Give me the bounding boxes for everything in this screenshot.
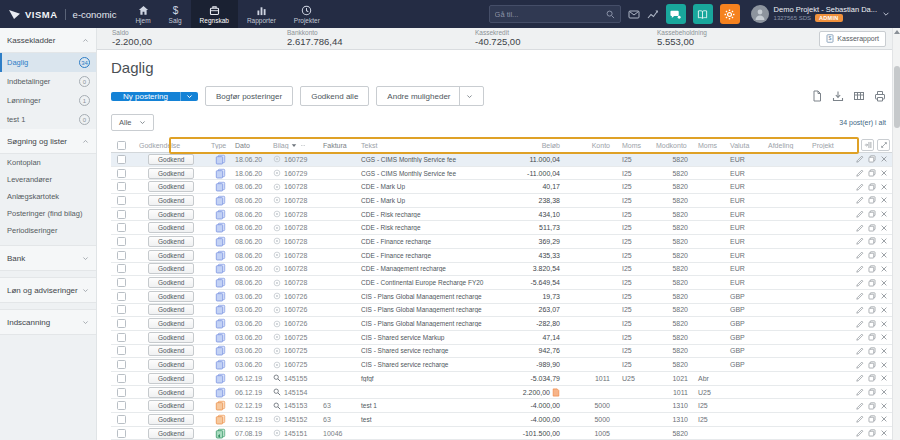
row-checkbox[interactable] — [117, 196, 126, 205]
approve-all-button[interactable]: Godkend alle — [300, 86, 369, 106]
delete-icon[interactable] — [880, 292, 888, 300]
nav-item-projekter[interactable]: Projekter — [285, 0, 329, 28]
approve-button[interactable]: Godkend — [148, 318, 194, 329]
copy-icon[interactable] — [868, 265, 876, 273]
row-checkbox[interactable] — [117, 169, 126, 178]
copy-icon[interactable] — [868, 306, 876, 314]
nav-item-regnskab[interactable]: Regnskab — [191, 0, 238, 28]
scroll-up-arrow-icon[interactable] — [894, 30, 900, 34]
copy-icon[interactable] — [868, 210, 876, 218]
user-menu[interactable]: Demo Projekt - Sebastian Da... 1327565 S… — [751, 5, 890, 23]
trend-icon[interactable] — [647, 8, 659, 20]
table-row[interactable]: Godkend03.06.20160726CIS - Plans Global … — [111, 304, 900, 318]
nav-item-salg[interactable]: $Salg — [160, 0, 191, 28]
copy-icon[interactable] — [868, 155, 876, 163]
sidebar-section-indscanning[interactable]: Indscanning — [0, 309, 96, 335]
edit-icon[interactable] — [856, 155, 864, 163]
approve-button[interactable]: Godkend — [148, 168, 194, 179]
table-row[interactable]: Godkend02.12.1914515363test 1-4.000,0050… — [111, 399, 900, 413]
sidebar-section-kassekladder[interactable]: Kassekladder — [0, 28, 96, 53]
approve-button[interactable]: Godkend — [148, 400, 194, 411]
document-icon[interactable] — [811, 90, 823, 102]
sidebar-item-posteringer-find-bilag[interactable]: Posteringer (find bilag) — [0, 205, 96, 222]
grid-icon[interactable] — [853, 90, 865, 102]
row-checkbox[interactable] — [117, 210, 126, 219]
copy-icon[interactable] — [868, 237, 876, 245]
edit-icon[interactable] — [856, 279, 864, 287]
copy-icon[interactable] — [868, 333, 876, 341]
copy-icon[interactable] — [868, 169, 876, 177]
row-checkbox[interactable] — [117, 305, 126, 314]
copy-icon[interactable] — [868, 415, 876, 423]
sidebar-item-test-1[interactable]: test 10 — [0, 110, 96, 129]
approve-button[interactable]: Godkend — [148, 250, 194, 261]
table-row[interactable]: Godkend08.06.20160728CDE - Risk recharge… — [111, 221, 900, 235]
sidebar-item-anl-gskartotek[interactable]: Anlægskartotek — [0, 188, 96, 205]
edit-icon[interactable] — [856, 224, 864, 232]
sidebar-item-leverand-rer[interactable]: Leverandører — [0, 171, 96, 188]
brand-logo[interactable]: VISMA e-conomic — [0, 0, 126, 28]
delete-icon[interactable] — [880, 429, 888, 437]
table-row[interactable]: Godkend03.06.20160725CIS - Shared servic… — [111, 331, 900, 345]
column-header-afdeling[interactable]: Afdeling — [766, 142, 810, 149]
edit-icon[interactable] — [856, 361, 864, 369]
column-menu-icon[interactable] — [299, 143, 307, 148]
sidebar-item-kontoplan[interactable]: Kontoplan — [0, 154, 96, 171]
delete-icon[interactable] — [880, 155, 888, 163]
table-row[interactable]: Godkend06.12.19145155fgfgf-5.034,791011U… — [111, 372, 900, 386]
table-row[interactable]: Godkend18.06.20160729CGS - CIMS Monthly … — [111, 167, 900, 181]
table-row[interactable]: Godkend08.06.20160728CDE - Mark Up238,38… — [111, 194, 900, 208]
table-row[interactable]: Godkend03.06.20160725CIS - Shared servic… — [111, 345, 900, 359]
row-checkbox[interactable] — [117, 223, 126, 232]
edit-icon[interactable] — [856, 347, 864, 355]
column-header-tekst[interactable]: Tekst — [359, 142, 490, 149]
search-icon[interactable] — [606, 10, 615, 19]
download-icon[interactable] — [832, 90, 844, 102]
row-checkbox[interactable] — [117, 333, 126, 342]
row-checkbox[interactable] — [117, 319, 126, 328]
delete-icon[interactable] — [880, 183, 888, 191]
row-checkbox[interactable] — [117, 360, 126, 369]
table-row[interactable]: Godkend08.06.20160728CDE - Continental E… — [111, 276, 900, 290]
copy-icon[interactable] — [868, 251, 876, 259]
edit-icon[interactable] — [856, 196, 864, 204]
delete-icon[interactable] — [880, 347, 888, 355]
search-input[interactable] — [495, 10, 606, 19]
row-checkbox[interactable] — [117, 346, 126, 355]
sidebar-section-s-gning-og-lister[interactable]: Søgning og lister — [0, 129, 96, 154]
filter-select[interactable]: Alle — [111, 114, 154, 131]
copy-icon[interactable] — [868, 361, 876, 369]
row-checkbox[interactable] — [117, 155, 126, 164]
edit-icon[interactable] — [856, 402, 864, 410]
delete-icon[interactable] — [880, 320, 888, 328]
printer-icon[interactable] — [874, 90, 886, 102]
approve-button[interactable]: Godkend — [148, 345, 194, 356]
approve-button[interactable]: Godkend — [148, 373, 194, 384]
column-header-moms[interactable]: Moms — [620, 142, 654, 149]
edit-icon[interactable] — [856, 333, 864, 341]
magnifier-icon[interactable] — [273, 402, 281, 410]
sidebar-section-bank[interactable]: Bank — [0, 245, 96, 271]
kasserapport-button[interactable]: $Kasserapport — [819, 31, 886, 47]
table-row[interactable]: Godkend03.06.20160725CIS - Shared servic… — [111, 358, 900, 372]
nav-item-hjem[interactable]: Hjem — [126, 0, 159, 28]
edit-icon[interactable] — [856, 183, 864, 191]
column-header-valuta[interactable]: Valuta — [728, 142, 766, 149]
copy-icon[interactable] — [868, 183, 876, 191]
chat-icon[interactable] — [666, 4, 686, 24]
delete-icon[interactable] — [880, 415, 888, 423]
magnifier-icon[interactable] — [273, 374, 281, 382]
edit-icon[interactable] — [856, 374, 864, 382]
delete-icon[interactable] — [880, 402, 888, 410]
edit-icon[interactable] — [856, 320, 864, 328]
column-header-konto[interactable]: Konto — [570, 142, 620, 149]
approve-button[interactable]: Godkend — [148, 154, 194, 165]
table-row[interactable]: Godkend03.06.20160726CIS - Plans Global … — [111, 290, 900, 304]
delete-icon[interactable] — [880, 251, 888, 259]
delete-icon[interactable] — [880, 265, 888, 273]
nav-item-rapporter[interactable]: Rapporter — [238, 0, 285, 28]
table-row[interactable]: Godkend07.08.1914515110046-101.500,00100… — [111, 427, 900, 440]
table-row[interactable]: Godkend08.06.20160728CDE - Risk recharge… — [111, 208, 900, 222]
magnifier-icon[interactable] — [273, 388, 281, 396]
approve-button[interactable]: Godkend — [148, 277, 194, 288]
